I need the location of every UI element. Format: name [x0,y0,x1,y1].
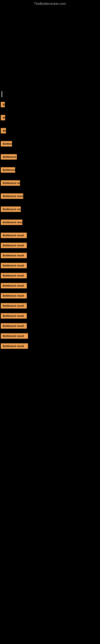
result-label: Bottleneck result [1,141,12,146]
result-label: Bottleneck result [1,273,27,278]
result-item: Bottleneck result [0,323,100,329]
result-item: Bottleneck result [0,283,100,288]
spacer [0,340,100,343]
result-item: Bottleneck result [0,313,100,318]
result-label: Bottleneck result [1,115,5,120]
spacer [0,300,100,303]
result-label: Bottleneck result [1,102,5,107]
result-item: Bottleneck result [0,128,100,134]
spacer [0,270,100,273]
spacer [0,290,100,293]
result-label: Bottleneck result [1,243,27,248]
spacer [0,280,100,283]
result-item: Bottleneck result [0,293,100,298]
spacer [0,187,100,194]
main-chart-area [0,7,100,87]
result-item: Bottleneck result [0,167,100,173]
spacer [0,161,100,167]
result-label: Bottleneck result [1,206,21,212]
result-item: Bottleneck result [0,303,100,308]
result-label: Bottleneck result [1,303,27,308]
result-item: Bottleneck result [0,206,100,212]
result-item: Bottleneck result [0,253,100,258]
spacer [0,240,100,243]
spacer [0,330,100,333]
spacer [0,200,100,206]
results-container: Bottleneck resultBottleneck resultBottle… [0,102,100,354]
result-label: Bottleneck result [1,293,27,298]
spacer [0,310,100,313]
result-label: Bottleneck result [1,180,20,186]
result-item: Bottleneck result [0,243,100,248]
spacer [0,250,100,253]
result-item: Bottleneck result [0,180,100,186]
spacer [0,260,100,263]
spacer [0,135,100,141]
spacer [0,320,100,323]
results-section: Bottleneck resultBottleneck resultBottle… [0,87,100,354]
result-label: Bottleneck result [1,154,17,160]
result-item: Bottleneck result [0,141,100,146]
result-item: Bottleneck result [0,154,100,160]
spacer [0,148,100,154]
site-title: TheBottlenecker.com [0,0,100,7]
spacer [0,350,100,354]
result-item: Bottleneck result [0,194,100,199]
spacer [0,214,100,220]
result-label: Bottleneck result [1,233,27,238]
cursor-indicator [0,91,100,97]
spacer [0,174,100,180]
result-item: Bottleneck result [0,102,100,107]
spacer [0,226,100,233]
result-item: Bottleneck result [0,333,100,339]
result-item: Bottleneck result [0,115,100,120]
cursor-line [1,91,2,97]
result-item: Bottleneck result [0,220,100,225]
result-label: Bottleneck result [1,323,27,329]
result-label: Bottleneck result [1,253,27,258]
result-item: Bottleneck result [0,273,100,278]
result-label: Bottleneck result [1,167,15,173]
result-label: Bottleneck result [1,220,22,225]
spacer [0,109,100,115]
result-label: Bottleneck result [1,194,23,199]
result-label: Bottleneck result [1,333,28,339]
result-label: Bottleneck result [1,263,27,268]
result-label: Bottleneck result [1,128,6,134]
result-label: Bottleneck result [1,313,27,318]
spacer [0,122,100,128]
result-item: Bottleneck result [0,343,100,349]
result-item: Bottleneck result [0,233,100,238]
result-label: Bottleneck result [1,343,28,349]
result-item: Bottleneck result [0,263,100,268]
result-label: Bottleneck result [1,283,27,288]
